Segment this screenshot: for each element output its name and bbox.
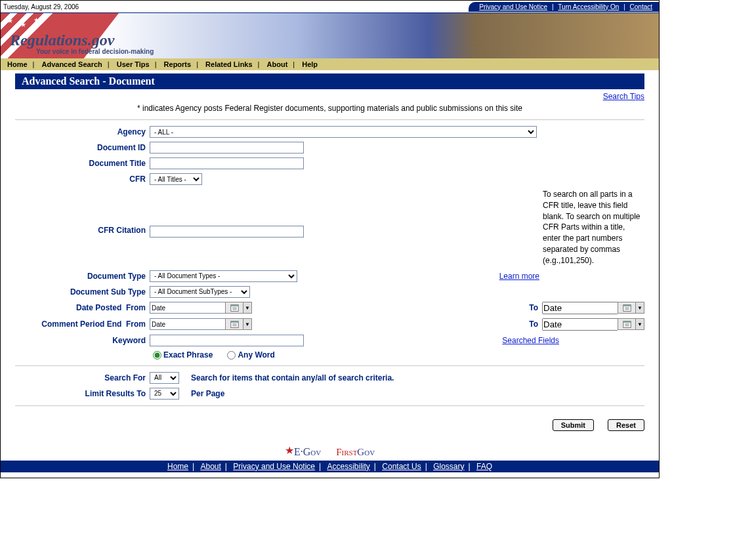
comment-end-to-input[interactable] <box>542 318 618 331</box>
search-form: Agency - ALL - Document ID Document Titl… <box>1 124 659 406</box>
footer-home[interactable]: Home <box>167 462 188 471</box>
divider <box>15 119 644 120</box>
site-logo: Regulations.gov Your voice in federal de… <box>10 31 154 55</box>
search-for-select[interactable]: All <box>150 372 179 384</box>
search-for-desc: Search for items that contain any/all of… <box>191 373 394 382</box>
site-title: Regulations.gov <box>10 31 154 49</box>
document-subtype-select[interactable]: - All Document SubTypes - <box>150 286 250 298</box>
document-type-label: Document Type <box>15 272 150 281</box>
divider <box>15 365 644 366</box>
main-nav: Home| Advanced Search| User Tips| Report… <box>1 58 659 70</box>
document-title-input[interactable] <box>150 157 304 169</box>
star-icon: ★ <box>33 16 39 24</box>
searched-fields-link[interactable]: Searched Fields <box>502 336 559 345</box>
star-icon: ★ <box>7 17 13 24</box>
limit-results-label: Limit Results To <box>15 389 150 398</box>
submit-button[interactable]: Submit <box>553 419 594 431</box>
nav-home[interactable]: Home <box>7 60 28 68</box>
date-posted-label: Date Posted From <box>15 303 150 312</box>
footer-logos: ★E·Gov FirstGov <box>1 435 659 461</box>
any-word-radio[interactable] <box>227 351 236 360</box>
svg-rect-11 <box>230 321 238 322</box>
site-subtitle: Your voice in federal decision-making <box>36 48 154 55</box>
exact-phrase-option[interactable]: Exact Phrase <box>153 350 213 360</box>
divider <box>15 405 644 406</box>
date-posted-to-input[interactable] <box>542 302 618 314</box>
nav-user-tips[interactable]: User Tips <box>117 60 150 68</box>
dropdown-icon[interactable]: ▼ <box>243 318 252 330</box>
footer-about[interactable]: About <box>200 462 220 471</box>
to-label: To <box>529 320 542 329</box>
nav-advanced-search[interactable]: Advanced Search <box>41 60 102 68</box>
nav-related-links[interactable]: Related Links <box>205 60 253 68</box>
svg-rect-6 <box>623 304 630 306</box>
top-bar: Tuesday, August 29, 2006 Privacy and Use… <box>1 1 659 12</box>
limit-results-select[interactable]: 25 <box>150 388 179 400</box>
calendar-icon[interactable] <box>618 302 636 314</box>
to-label: To <box>529 303 542 312</box>
exact-phrase-radio[interactable] <box>153 351 161 360</box>
document-id-input[interactable] <box>150 142 304 154</box>
footer-nav: Home| About| Privacy and Use Notice| Acc… <box>1 461 659 472</box>
search-for-label: Search For <box>15 373 150 382</box>
calendar-icon[interactable] <box>225 302 243 314</box>
reset-button[interactable]: Reset <box>608 419 644 431</box>
banner: ★ ★ ★ Regulations.gov Your voice in fede… <box>1 12 659 58</box>
dropdown-icon[interactable]: ▼ <box>635 302 644 314</box>
learn-more-link[interactable]: Learn more <box>499 272 539 281</box>
agency-select[interactable]: - ALL - <box>150 126 537 138</box>
cfr-citation-input[interactable] <box>150 226 304 237</box>
document-title-label: Document Title <box>15 159 150 168</box>
cfr-citation-label: CFR Citation <box>15 189 150 235</box>
date-posted-from-input[interactable] <box>150 302 226 314</box>
firstgov-logo[interactable]: FirstGov <box>336 447 375 458</box>
privacy-link[interactable]: Privacy and Use Notice <box>479 3 547 10</box>
dropdown-icon[interactable]: ▼ <box>635 318 644 330</box>
footer-accessibility[interactable]: Accessibility <box>327 462 370 471</box>
footer-faq[interactable]: FAQ <box>476 462 492 471</box>
cfr-help-text: To search on all parts in a CFR title, l… <box>543 189 644 266</box>
any-word-option[interactable]: Any Word <box>227 350 274 360</box>
footer-glossary[interactable]: Glossary <box>433 462 464 471</box>
accessibility-link[interactable]: Turn Accessibility On <box>558 3 619 10</box>
comment-end-from-input[interactable] <box>150 318 226 330</box>
keyword-input[interactable] <box>150 335 304 346</box>
contact-link[interactable]: Contact <box>630 3 652 10</box>
egov-logo[interactable]: ★E·Gov <box>285 444 321 458</box>
top-links: Privacy and Use Notice | Turn Accessibil… <box>469 2 659 12</box>
footer-contact[interactable]: Contact Us <box>382 462 421 471</box>
nav-about[interactable]: About <box>267 60 288 68</box>
star-icon: ★ <box>20 21 26 28</box>
document-type-select[interactable]: - All Document Types - <box>150 270 297 282</box>
keyword-label: Keyword <box>15 336 150 345</box>
page-title: Advanced Search - Document <box>15 73 644 89</box>
search-tips-link[interactable]: Search Tips <box>603 92 644 101</box>
dropdown-icon[interactable]: ▼ <box>243 302 252 314</box>
date-text: Tuesday, August 29, 2006 <box>1 3 79 10</box>
svg-rect-1 <box>230 304 238 306</box>
per-page-label: Per Page <box>191 389 224 398</box>
cfr-select[interactable]: - All Titles - <box>150 173 202 185</box>
calendar-icon[interactable] <box>618 318 636 330</box>
document-subtype-label: Document Sub Type <box>15 287 150 297</box>
svg-rect-16 <box>623 321 630 322</box>
footer-privacy[interactable]: Privacy and Use Notice <box>233 462 315 471</box>
cfr-label: CFR <box>15 175 150 184</box>
calendar-icon[interactable] <box>225 318 243 330</box>
nav-reports[interactable]: Reports <box>164 60 192 68</box>
indicator-note: * indicates Agency posts Federal Registe… <box>1 101 659 115</box>
agency-label: Agency <box>15 127 150 136</box>
nav-help[interactable]: Help <box>302 60 318 68</box>
comment-period-end-label: Comment Period End From <box>15 320 150 329</box>
document-id-label: Document ID <box>15 143 150 152</box>
